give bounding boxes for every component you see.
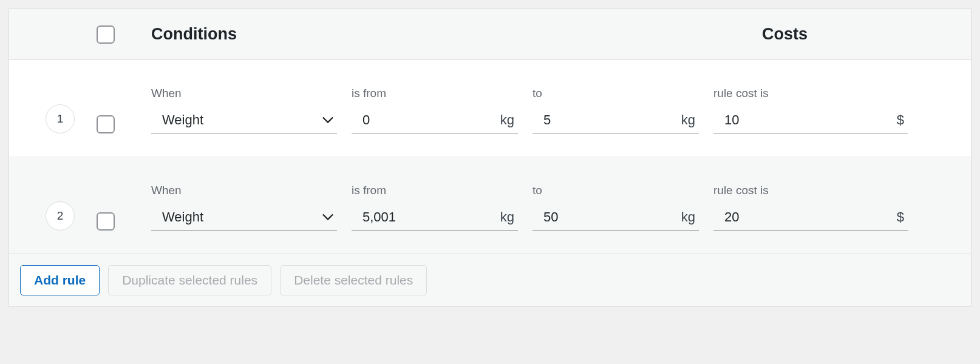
chevron-down-icon xyxy=(322,116,337,124)
header-conditions-label: Conditions xyxy=(151,25,762,44)
is-from-label: is from xyxy=(352,184,518,197)
select-row-checkbox[interactable] xyxy=(97,115,115,133)
rules-footer: Add rule Duplicate selected rules Delete… xyxy=(9,254,971,306)
condition-type-value: Weight xyxy=(151,112,322,128)
from-field: is from kg xyxy=(352,184,533,231)
to-field: to kg xyxy=(533,184,713,231)
to-field: to kg xyxy=(533,87,713,133)
cost-input[interactable] xyxy=(713,209,897,225)
select-row-checkbox[interactable] xyxy=(97,212,115,231)
condition-type-field: When Weight xyxy=(151,87,352,133)
cost-field: rule cost is $ xyxy=(713,184,908,231)
from-unit: kg xyxy=(500,209,518,225)
to-unit: kg xyxy=(681,209,699,225)
duplicate-rules-button[interactable]: Duplicate selected rules xyxy=(108,265,271,295)
select-all-checkbox[interactable] xyxy=(97,25,115,44)
rule-index-badge: 2 xyxy=(46,201,75,231)
to-input[interactable] xyxy=(533,112,681,128)
chevron-down-icon xyxy=(322,214,337,221)
from-unit: kg xyxy=(500,112,518,128)
add-rule-button[interactable]: Add rule xyxy=(20,265,100,295)
cost-field: rule cost is $ xyxy=(713,87,908,133)
rule-cost-label: rule cost is xyxy=(713,184,908,197)
condition-type-select[interactable]: Weight xyxy=(151,110,337,133)
rule-row: 2 When Weight is from kg to k xyxy=(9,157,971,254)
when-label: When xyxy=(151,87,337,100)
to-input[interactable] xyxy=(533,209,681,225)
rule-row: 1 When Weight is from kg to k xyxy=(9,60,971,157)
rule-index-badge: 1 xyxy=(46,104,75,133)
rules-header: Conditions Costs xyxy=(9,9,971,60)
from-input[interactable] xyxy=(352,112,500,128)
header-costs-label: Costs xyxy=(762,25,956,44)
is-from-label: is from xyxy=(352,87,518,100)
condition-type-select[interactable]: Weight xyxy=(151,207,337,231)
cost-unit: $ xyxy=(897,112,908,128)
from-input[interactable] xyxy=(352,209,500,225)
rules-panel: Conditions Costs 1 When Weight is from k… xyxy=(9,8,971,307)
to-label: to xyxy=(533,184,699,197)
cost-input[interactable] xyxy=(713,112,897,128)
delete-rules-button[interactable]: Delete selected rules xyxy=(280,265,427,295)
cost-unit: $ xyxy=(897,209,908,225)
condition-type-value: Weight xyxy=(151,209,322,225)
from-field: is from kg xyxy=(352,87,533,133)
to-unit: kg xyxy=(681,112,699,128)
rule-cost-label: rule cost is xyxy=(713,87,908,100)
condition-type-field: When Weight xyxy=(151,184,352,231)
when-label: When xyxy=(151,184,337,197)
to-label: to xyxy=(533,87,699,100)
